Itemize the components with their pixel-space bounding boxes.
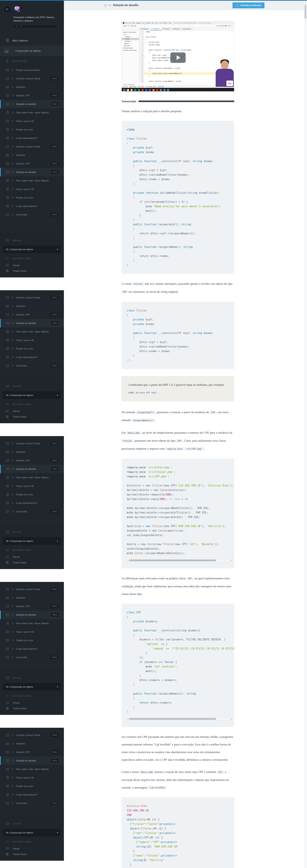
forum-link[interactable]: Fórum: [0, 262, 64, 268]
sidebar-item-07[interactable]: 07Faça o que eu fiz: [0, 773, 64, 782]
sidebar-item-06[interactable]: 06Para saber mais: Value Objects: [0, 473, 64, 482]
sidebar-item-08[interactable]: 08Projeto do curso: [0, 636, 64, 645]
sidebar-item-03[interactable]: 03Atributos: [0, 739, 64, 748]
sidebar-item-03[interactable]: 03Atributos: [0, 302, 64, 310]
lesson-dropdown[interactable]: 06. Composição de objetos▾: [3, 245, 61, 253]
inline-code: recuperaCpf(): [136, 411, 155, 414]
sidebar-item-02[interactable]: 02Criando a classe Titular09min: [0, 142, 64, 151]
trocar-curso-link[interactable]: Trocar Curso: [0, 414, 64, 420]
sidebar-item-02[interactable]: 02Criando a classe Titular09min: [0, 293, 64, 302]
sidebar-item-04[interactable]: 04Desafio: CPF05min: [0, 310, 64, 319]
sidebar-item-05[interactable]: 05Solução do desafio04min: [0, 319, 64, 328]
lesson-dropdown[interactable]: 06. Composição de objetos▾: [3, 829, 61, 836]
sidebar-item-06[interactable]: 06Para saber mais: Value Objects: [0, 176, 64, 185]
sidebar-item-03[interactable]: 03Atributos: [0, 448, 64, 456]
video-icon: [6, 802, 9, 804]
video-icon: [6, 656, 9, 659]
paragraph: Em banco.php, ao invés de simplesmente p…: [122, 429, 234, 453]
page-scrollbar[interactable]: ▲: [304, 1, 307, 868]
sidebar-item-09[interactable]: 09O que aprendemos?: [0, 645, 64, 653]
sidebar-segment: 02Criando a classe Titular09min03Atribut…: [0, 436, 64, 569]
inline-code: CPF: [176, 439, 183, 442]
activity-title: Solução do desafio: [113, 4, 139, 7]
open-notebook-button[interactable]: Abrir caderno: [0, 36, 64, 45]
sidebar-item-08[interactable]: 08Projeto do curso: [0, 782, 64, 790]
duration-badge: 09min: [51, 587, 59, 591]
sidebar-item-09[interactable]: 09O que aprendemos?: [0, 134, 64, 142]
sidebar-item-07[interactable]: 07Faça o que eu fiz: [0, 117, 64, 125]
lesson-dropdown[interactable]: 06. Composição de objetos▾: [3, 683, 61, 690]
top-accent-line: [0, 0, 307, 1]
sidebar-item-10[interactable]: 10Conclusão03min: [0, 653, 64, 661]
scrollbar-thumb[interactable]: [129, 718, 216, 720]
sidebar-footer: AULAS 06. Composição de objetos▾ OUTROS …: [0, 379, 64, 423]
forum-link[interactable]: Fórum: [0, 700, 64, 706]
sidebar-item-01[interactable]: 01Projeto da aula anterior: [0, 66, 64, 74]
next-activity-button[interactable]: → PRÓXIMA ATIVIDADE: [233, 2, 265, 8]
sidebar-item-04[interactable]: 04Desafio: CPF05min: [0, 748, 64, 756]
sidebar-item-10[interactable]: 10Conclusão03min: [0, 210, 64, 219]
list-icon: [6, 596, 9, 599]
sidebar-item-02[interactable]: 02Criando a classe Titular09min: [0, 74, 64, 83]
scroll-up-arrow[interactable]: ▲: [304, 1, 307, 3]
forum-link[interactable]: Fórum: [0, 408, 64, 414]
sidebar-item-04[interactable]: 04Desafio: CPF05min: [0, 602, 64, 611]
sidebar-item-04[interactable]: 04Desafio: CPF05min: [0, 91, 64, 100]
sidebar-item-04[interactable]: 04Desafio: CPF05min: [0, 456, 64, 465]
scrollbar-thumb[interactable]: [129, 559, 216, 561]
sidebar-item-06[interactable]: 06Para saber mais: Value Objects: [0, 108, 64, 117]
scrollbar-thumb[interactable]: [305, 4, 306, 19]
sidebar-item-09[interactable]: 09O que aprendemos?: [0, 790, 64, 799]
sidebar-item-04[interactable]: 04Desafio: CPF05min: [0, 159, 64, 168]
sidebar-item-09[interactable]: 09O que aprendemos?: [0, 499, 64, 507]
sidebar-item-02[interactable]: 02Criando a classe Titular09min: [0, 439, 64, 448]
grid-icon: [6, 853, 9, 856]
sidebar-item-03[interactable]: 03Atributos: [0, 151, 64, 159]
sidebar-item-10[interactable]: 10Conclusão03min: [0, 507, 64, 516]
trocar-curso-link[interactable]: Trocar Curso: [0, 560, 64, 565]
trocar-curso-link[interactable]: Trocar Curso: [0, 851, 64, 857]
lesson-dropdown[interactable]: 06. Composição de objetos▾: [3, 391, 61, 399]
sidebar-item-07[interactable]: 07Faça o que eu fiz: [0, 336, 64, 344]
flask-icon: [6, 60, 9, 63]
sidebar-item-02[interactable]: 02Criando a classe Titular09min: [0, 585, 64, 593]
taskbar-app-icon: [138, 89, 140, 91]
sidebar-item-02[interactable]: 02Criando a classe Titular09min: [0, 731, 64, 739]
sidebar-item-07[interactable]: 07Faça o que eu fiz: [0, 482, 64, 490]
sidebar-item-06[interactable]: 06Para saber mais: Value Objects: [0, 328, 64, 336]
sidebar-item-06[interactable]: 06Para saber mais: Value Objects: [0, 765, 64, 773]
sidebar-item-05[interactable]: 05Solução do desafio04min: [0, 756, 64, 765]
sidebar-item-03[interactable]: 03Atributos: [0, 593, 64, 602]
transcription-heading: Transcrição: [122, 100, 136, 103]
sidebar-item-08[interactable]: 08Projeto do curso: [0, 490, 64, 499]
sidebar-item-05[interactable]: 05Solução do desafio04min: [0, 611, 64, 619]
sidebar-item-10[interactable]: 10Conclusão03min: [0, 362, 64, 370]
trocar-curso-link[interactable]: Trocar Curso: [0, 706, 64, 711]
sidebar-item-07[interactable]: 07Faça o que eu fiz: [0, 185, 64, 193]
grid-icon: [6, 707, 9, 710]
sidebar-item-08[interactable]: 08Projeto do curso: [0, 193, 64, 202]
sidebar-item-06[interactable]: 06Para saber mais: Value Objects: [0, 619, 64, 627]
code-horizontal-scrollbar[interactable]: ◀▶: [127, 559, 233, 562]
code-horizontal-scrollbar[interactable]: ◀▶: [127, 717, 233, 720]
sidebar-item-10[interactable]: 10Conclusão03min: [0, 799, 64, 807]
video-player[interactable]: FileEditViewNavigateCodeRefactorRunTools…: [122, 21, 234, 92]
sidebar-item-08[interactable]: 08Projeto do curso: [0, 125, 64, 134]
forum-link[interactable]: Fórum: [0, 554, 64, 560]
sidebar-item-09[interactable]: 09O que aprendemos?: [0, 353, 64, 362]
collapse-sidebar-button[interactable]: [4, 6, 10, 12]
sidebar-item-08[interactable]: 08Projeto do curso: [0, 344, 64, 353]
sidebar-item-03[interactable]: 03Atributos: [0, 83, 64, 91]
forum-link[interactable]: Fórum: [0, 846, 64, 851]
code-block: <?php class Titular{ private $cpf; priva…: [122, 121, 234, 274]
sidebar-item-05[interactable]: 05Solução do desafio04min: [0, 100, 64, 108]
trocar-curso-link[interactable]: Trocar Curso: [0, 268, 64, 274]
sidebar-item-09[interactable]: 09O que aprendemos?: [0, 202, 64, 210]
lesson-dropdown[interactable]: 06. Composição de objetos▾: [3, 537, 61, 545]
sidebar-item-05[interactable]: 05Solução do desafio04min: [0, 465, 64, 473]
sidebar-item-07[interactable]: 07Faça o que eu fiz: [0, 627, 64, 636]
play-button[interactable]: [170, 53, 186, 63]
ide-tool-tab: ☰ 6: TODO: [138, 86, 144, 88]
duration-badge: 05min: [51, 313, 59, 316]
sidebar-item-05[interactable]: 05Solução do desafio04min: [0, 168, 64, 176]
